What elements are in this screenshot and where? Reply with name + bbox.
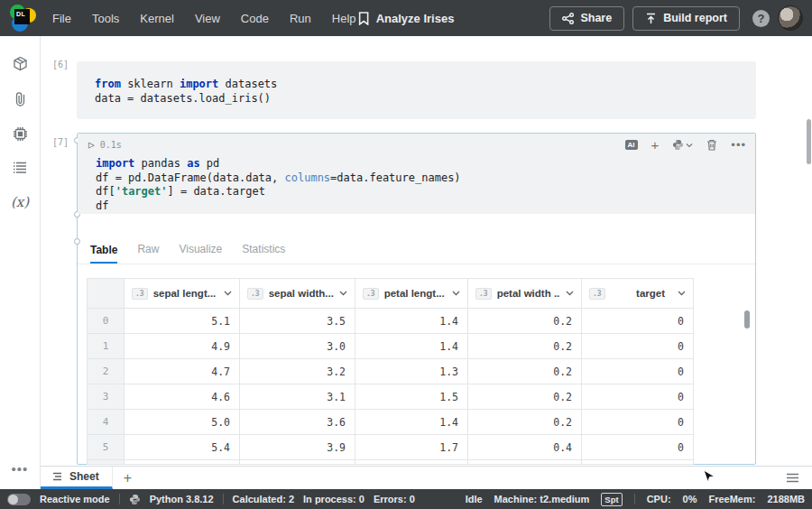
statusbar-right: Idle Machine: t2.medium Spt CPU: 0% Free… bbox=[466, 493, 805, 506]
divider bbox=[119, 494, 120, 504]
delete-cell-icon[interactable] bbox=[706, 139, 717, 151]
output-scrollbar[interactable] bbox=[744, 310, 750, 329]
attachments-icon[interactable] bbox=[14, 91, 27, 106]
cell7-editor[interactable]: import pandas as pd df = pd.DataFrame(da… bbox=[78, 156, 755, 213]
cell-value: 1.4 bbox=[355, 410, 468, 435]
menu-tools[interactable]: Tools bbox=[92, 12, 119, 25]
cell-value: 3.5 bbox=[240, 309, 355, 334]
code-line[interactable]: df['target'] = data.target bbox=[96, 185, 755, 199]
ai-assistant-icon[interactable]: AI bbox=[625, 140, 638, 150]
column-menu-icon[interactable] bbox=[224, 291, 232, 296]
bookmark-icon bbox=[358, 12, 370, 25]
machine-type[interactable]: Machine: t2.medium bbox=[494, 494, 590, 504]
add-cell-icon[interactable]: + bbox=[651, 138, 660, 152]
code-line[interactable]: from sklearn import datasets bbox=[95, 78, 756, 92]
menu-view[interactable]: View bbox=[195, 12, 220, 25]
code-line[interactable]: df bbox=[96, 199, 755, 214]
cell-value: 0 bbox=[582, 359, 694, 384]
in-process-count: In process: 0 bbox=[303, 494, 364, 504]
code-cell-6[interactable]: from sklearn import datasets data = data… bbox=[77, 61, 756, 119]
datalore-logo-icon[interactable]: DL bbox=[9, 5, 36, 32]
float-type-icon: .3 bbox=[132, 288, 148, 300]
tab-raw[interactable]: Raw bbox=[137, 243, 159, 264]
column-menu-icon[interactable] bbox=[339, 291, 347, 296]
cell-value: 0.2 bbox=[468, 334, 582, 359]
menu-run[interactable]: Run bbox=[290, 12, 311, 25]
row-index: 3 bbox=[87, 384, 125, 410]
column-menu-icon[interactable] bbox=[566, 291, 574, 296]
dataframe-table: .3 sepal lengt... .3 sepal width... .3 p… bbox=[87, 278, 694, 465]
tab-sheet[interactable]: Sheet bbox=[41, 467, 113, 489]
python-icon bbox=[672, 139, 684, 151]
cell7-code-block: ▷ 0.1s AI + bbox=[78, 134, 755, 214]
column-header-sepal-length[interactable]: .3 sepal lengt... bbox=[125, 278, 240, 309]
code-line[interactable]: data = datasets.load_iris() bbox=[95, 92, 756, 106]
menu-kernel[interactable]: Kernel bbox=[140, 12, 174, 25]
column-header-sepal-width[interactable]: .3 sepal width... bbox=[240, 278, 355, 309]
cpu-value: 0% bbox=[683, 494, 697, 504]
code-cell-7-selected[interactable]: ▷ 0.1s AI + bbox=[77, 133, 756, 465]
row-index: 0 bbox=[87, 309, 125, 334]
column-menu-icon[interactable] bbox=[678, 291, 686, 296]
chevron-down-icon bbox=[686, 143, 693, 148]
column-label: sepal lengt... bbox=[153, 288, 217, 299]
help-icon[interactable]: ? bbox=[752, 10, 770, 27]
table-row[interactable]: 1 4.9 3.0 1.4 0.2 0 bbox=[87, 334, 694, 359]
table-row[interactable]: 3 4.6 3.1 1.5 0.2 0 bbox=[87, 384, 694, 410]
user-avatar[interactable] bbox=[778, 5, 803, 31]
packages-icon[interactable] bbox=[13, 56, 28, 71]
datalore-app: DL File Tools Kernel View Code Run Help … bbox=[0, 0, 812, 509]
table-row[interactable]: 4 5.0 3.6 1.4 0.2 0 bbox=[87, 410, 694, 435]
tab-table[interactable]: Table bbox=[90, 244, 117, 264]
share-icon bbox=[562, 13, 574, 24]
code-line[interactable]: df = pd.DataFrame(data.data, columns=dat… bbox=[96, 171, 755, 186]
tab-visualize[interactable]: Visualize bbox=[179, 243, 222, 264]
share-button[interactable]: Share bbox=[549, 6, 624, 31]
table-row[interactable]: 5 5.4 3.9 1.7 0.4 0 bbox=[87, 435, 694, 460]
top-menubar: DL File Tools Kernel View Code Run Help … bbox=[0, 0, 812, 36]
sheet-list-icon[interactable] bbox=[786, 473, 799, 483]
build-report-button[interactable]: Build report bbox=[632, 6, 740, 31]
notebook-title[interactable]: Analyze Irises bbox=[358, 12, 455, 25]
code-line[interactable]: import pandas as pd bbox=[96, 157, 755, 171]
outline-icon[interactable] bbox=[13, 162, 27, 174]
column-header-petal-width[interactable]: .3 petal width ... bbox=[468, 278, 582, 309]
column-header-petal-length[interactable]: .3 petal lengt... bbox=[355, 278, 468, 309]
python-version[interactable]: Python 3.8.12 bbox=[150, 494, 214, 504]
cell-value: 0 bbox=[582, 435, 694, 460]
run-cell-icon[interactable]: ▷ bbox=[88, 139, 95, 151]
column-menu-icon[interactable] bbox=[452, 291, 460, 296]
column-header-target[interactable]: .3 target bbox=[582, 278, 694, 309]
spot-instance-badge: Spt bbox=[601, 493, 622, 506]
table-row[interactable]: 0 5.1 3.5 1.4 0.2 0 bbox=[87, 309, 694, 334]
menu-file[interactable]: File bbox=[52, 12, 71, 25]
cell-value: 5.0 bbox=[125, 410, 240, 435]
cell-language-dropdown[interactable] bbox=[672, 139, 693, 151]
sheet-tabbar: Sheet + bbox=[41, 466, 812, 489]
cell-toolbar: ▷ 0.1s AI + bbox=[78, 134, 755, 156]
index-header bbox=[87, 278, 125, 309]
cell-value: 0.2 bbox=[468, 410, 582, 435]
sheet-icon bbox=[51, 472, 63, 481]
notebook-canvas: [6] from sklearn import datasets data = … bbox=[41, 36, 812, 466]
sidebar-more-icon[interactable]: ••• bbox=[12, 461, 29, 477]
cell-value: 0 bbox=[582, 309, 694, 334]
reactive-mode-label: Reactive mode bbox=[40, 494, 110, 504]
row-index: 1 bbox=[87, 334, 125, 359]
menu-code[interactable]: Code bbox=[241, 12, 269, 25]
column-label: sepal width... bbox=[269, 288, 334, 299]
table-row-clipped bbox=[87, 460, 694, 465]
cell-value: 0 bbox=[582, 334, 694, 359]
run-info: ▷ 0.1s bbox=[88, 139, 122, 151]
cell-more-icon[interactable]: ••• bbox=[731, 139, 746, 151]
machine-icon[interactable] bbox=[13, 126, 28, 142]
add-sheet-icon[interactable]: + bbox=[124, 471, 132, 486]
reactive-mode-toggle[interactable] bbox=[7, 494, 31, 505]
page-scrollbar[interactable] bbox=[807, 119, 811, 164]
kernel-state: Idle bbox=[466, 494, 483, 504]
menu-help[interactable]: Help bbox=[332, 12, 356, 25]
variables-icon[interactable]: (x) bbox=[11, 194, 29, 210]
table-row[interactable]: 2 4.7 3.2 1.3 0.2 0 bbox=[87, 359, 694, 384]
tab-statistics[interactable]: Statistics bbox=[242, 243, 285, 264]
divider bbox=[634, 494, 635, 504]
